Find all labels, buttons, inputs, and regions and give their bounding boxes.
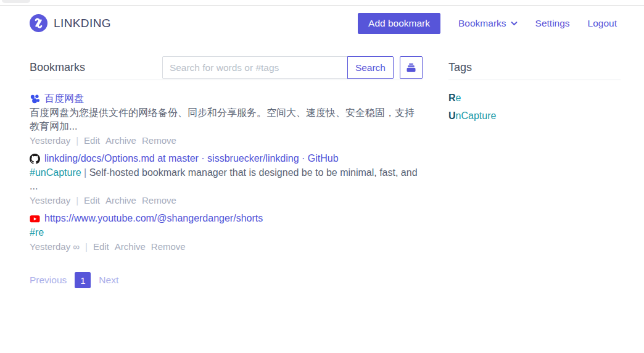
bookmarks-section-header: Bookmarks Search — [30, 57, 423, 80]
bookmark-meta-row: Yesterday | EditArchiveRemove — [30, 194, 423, 207]
bookmark-title-row: linkding/docs/Options.md at master · sis… — [30, 152, 423, 165]
bookmark-action-remove-link[interactable]: Remove — [142, 194, 176, 207]
brand-link[interactable]: LINKDING — [30, 14, 111, 32]
bookmarks-section: Bookmarks Search — [30, 57, 423, 288]
bookmark-date: Yesterday — [30, 134, 70, 147]
archive-icon — [405, 61, 418, 74]
search-form: Search — [162, 56, 423, 79]
tag-rest: e — [456, 93, 461, 103]
bookmark-date: Yesterday — [30, 194, 70, 207]
bookmark-title-link[interactable]: https://www.youtube.com/@shangerdanger/s… — [44, 212, 263, 225]
baidu-favicon-icon — [30, 94, 40, 104]
nav-settings-link[interactable]: Settings — [535, 18, 570, 29]
tag-cloud: Re UnCapture — [448, 93, 621, 121]
bookmark-tag-link[interactable]: #unCapture — [30, 167, 81, 178]
tags-panel: Tags Re UnCapture — [448, 57, 621, 288]
nav-bookmarks-dropdown[interactable]: Bookmarks — [458, 18, 518, 29]
tag-rest: nCapture — [456, 110, 497, 121]
meta-separator: | — [85, 240, 88, 253]
brand-name: LINKDING — [54, 17, 111, 30]
bookmark-action-remove-link[interactable]: Remove — [142, 134, 176, 147]
tags-panel-header: Tags — [448, 57, 621, 80]
bookmark-action-edit-link[interactable]: Edit — [84, 134, 100, 147]
header-nav: Add bookmark Bookmarks Settings Logout — [358, 13, 617, 34]
bookmark-action-archive-link[interactable]: Archive — [115, 240, 146, 253]
main-content: Bookmarks Search — [0, 57, 644, 288]
bookmark-description-row: 百度网盘为您提供文件的网络备份、同步和分享服务。空间大、速度快、安全稳固，支持教… — [30, 106, 423, 133]
bookmarks-heading: Bookmarks — [30, 61, 85, 74]
bookmark-action-archive-link[interactable]: Archive — [105, 194, 136, 207]
bookmark-actions: EditArchiveRemove — [84, 134, 176, 147]
bookmark-action-remove-link[interactable]: Remove — [151, 240, 186, 253]
nav-logout-link[interactable]: Logout — [588, 18, 617, 29]
bookmark-action-edit-link[interactable]: Edit — [84, 194, 100, 207]
bookmark-action-archive-link[interactable]: Archive — [105, 134, 136, 147]
bookmark-item: https://www.youtube.com/@shangerdanger/s… — [30, 212, 423, 253]
bookmark-tag-link[interactable]: #re — [30, 227, 44, 238]
bookmark-date: Yesterday ∞ — [30, 240, 80, 253]
pagination-next[interactable]: Next — [99, 275, 118, 286]
github-favicon-icon — [30, 154, 40, 164]
bookmark-item: linkding/docs/Options.md at master · sis… — [30, 152, 423, 207]
bookmark-list: 百度网盘 百度网盘为您提供文件的网络备份、同步和分享服务。空间大、速度快、安全稳… — [30, 92, 423, 253]
bookmark-description-row: #unCapture | Self-hosted bookmark manage… — [30, 166, 423, 193]
archived-bookmarks-button[interactable] — [400, 56, 423, 79]
app-header: LINKDING Add bookmark Bookmarks Settings… — [0, 12, 644, 35]
nav-bookmarks-label: Bookmarks — [458, 18, 506, 29]
bookmark-title-row: 百度网盘 — [30, 92, 423, 106]
tags-heading: Tags — [448, 61, 472, 74]
meta-separator: | — [76, 194, 78, 207]
pagination-previous[interactable]: Previous — [30, 275, 67, 286]
meta-separator: | — [76, 134, 78, 147]
linkding-logo-icon — [30, 14, 47, 32]
bookmark-title-row: https://www.youtube.com/@shangerdanger/s… — [30, 212, 423, 225]
search-button[interactable]: Search — [347, 56, 394, 79]
tag-group-letter: R — [448, 93, 456, 103]
tag-group-letter: U — [448, 110, 456, 121]
bookmark-description-text: 百度网盘为您提供文件的网络备份、同步和分享服务。空间大、速度快、安全稳固，支持教… — [30, 107, 415, 131]
pagination: Previous 1 Next — [30, 272, 423, 288]
tag-cloud-item-uncapture[interactable]: UnCapture — [448, 110, 621, 121]
chevron-down-icon — [511, 21, 518, 26]
bookmark-actions: EditArchiveRemove — [93, 240, 186, 253]
pagination-current-page[interactable]: 1 — [75, 272, 91, 288]
add-bookmark-button[interactable]: Add bookmark — [358, 13, 440, 34]
bookmark-title-link[interactable]: 百度网盘 — [44, 92, 84, 106]
youtube-favicon-icon — [30, 214, 40, 224]
top-border-line — [0, 5, 644, 6]
bookmark-meta-row: Yesterday ∞ | EditArchiveRemove — [30, 240, 423, 253]
bookmark-item: 百度网盘 百度网盘为您提供文件的网络备份、同步和分享服务。空间大、速度快、安全稳… — [30, 92, 423, 147]
bookmark-meta-row: Yesterday | EditArchiveRemove — [30, 134, 423, 147]
bookmark-description-row: #re — [30, 226, 423, 239]
tag-cloud-item-re[interactable]: Re — [448, 93, 621, 103]
search-input[interactable] — [162, 56, 348, 79]
bookmark-title-link[interactable]: linkding/docs/Options.md at master · sis… — [44, 152, 339, 165]
bookmark-actions: EditArchiveRemove — [84, 194, 176, 207]
tag-description-separator: | — [81, 167, 89, 178]
bookmark-action-edit-link[interactable]: Edit — [93, 240, 109, 253]
top-edge-artifact — [2, 0, 30, 3]
